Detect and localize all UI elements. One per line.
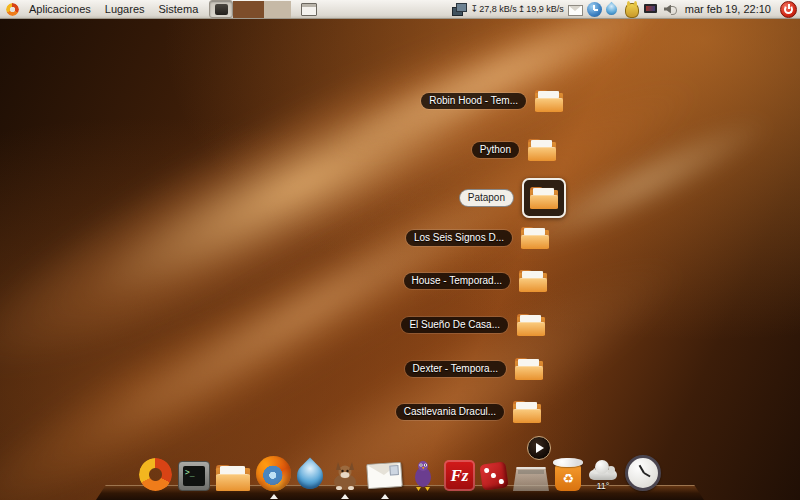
tan-swatch-launcher[interactable] — [264, 1, 291, 18]
volume-icon[interactable] — [663, 2, 678, 17]
menu-sistema[interactable]: Sistema — [152, 0, 206, 18]
screenshot-launcher-icon[interactable] — [209, 0, 233, 18]
folder-icon — [517, 314, 545, 336]
power-button[interactable] — [780, 1, 797, 18]
alarm-clock-icon[interactable] — [587, 2, 602, 17]
stack-item-label: Dexter - Tempora... — [405, 361, 506, 377]
folder-icon — [216, 465, 250, 491]
stack-item-dexter[interactable]: Dexter - Tempora... — [405, 358, 543, 380]
dock-item-firefox[interactable] — [256, 456, 291, 491]
top-panel: Aplicaciones Lugares Sistema ↧ 27,8 kB/s… — [0, 0, 800, 19]
menu-aplicaciones[interactable]: Aplicaciones — [22, 0, 98, 18]
stack-item-label: El Sueño De Casa... — [401, 317, 508, 333]
wallpaper-streak — [0, 37, 727, 500]
dock-item-ubuntu[interactable] — [139, 458, 172, 491]
dock: Fz ♻ 11° — [0, 444, 800, 500]
pidgin-bird-icon — [408, 459, 438, 491]
stack-item-label: Python — [472, 142, 519, 158]
clock-icon — [625, 455, 661, 491]
stack-item-house[interactable]: House - Temporad... — [404, 270, 547, 292]
stack-item-label: Castlevania Dracul... — [396, 404, 504, 420]
dock-item-deluge[interactable] — [297, 463, 323, 491]
yellow-creature-icon[interactable] — [625, 3, 639, 18]
filezilla-label: Fz — [451, 466, 469, 486]
running-indicator — [341, 494, 349, 499]
display-tray-icon[interactable] — [644, 2, 659, 17]
donkey-icon — [329, 461, 361, 491]
download-speed: 27,8 kB/s — [479, 4, 517, 14]
dock-item-trash[interactable]: ♻ — [555, 458, 581, 491]
weather-temperature: 11° — [597, 481, 610, 491]
stack-item-label: Robin Hood - Tem... — [421, 93, 526, 109]
download-arrow-icon: ↧ — [471, 4, 479, 14]
dock-item-amule[interactable] — [329, 461, 361, 491]
stack-item-los-seis-signos[interactable]: Los Seis Signos D... — [406, 227, 549, 249]
dock-item-folder[interactable] — [216, 465, 250, 491]
red-dice-icon — [479, 461, 508, 490]
folder-icon — [513, 401, 541, 423]
upload-arrow-icon: ↥ — [518, 4, 526, 14]
terminal-icon — [178, 461, 210, 491]
wallpaper-streak — [0, 0, 673, 424]
desktop-wallpaper — [0, 0, 800, 500]
panel-clock[interactable]: mar feb 19, 22:10 — [682, 3, 774, 15]
dock-item-drawer[interactable] — [513, 467, 549, 491]
selected-folder-highlight — [522, 178, 566, 218]
drawer-box-icon — [513, 467, 549, 491]
stack-item-castlevania[interactable]: Castlevania Dracul... — [396, 401, 541, 423]
menu-lugares[interactable]: Lugares — [98, 0, 152, 18]
stack-item-label: Los Seis Signos D... — [406, 230, 512, 246]
folder-icon — [521, 227, 549, 249]
dock-item-red-dice[interactable] — [481, 463, 507, 491]
folder-icon — [535, 90, 563, 112]
envelope-icon — [366, 462, 403, 489]
stack-item-label: Patapon — [460, 190, 513, 206]
dock-item-terminal[interactable] — [178, 461, 210, 491]
water-drop-icon — [292, 458, 329, 495]
ubuntu-logo-icon — [139, 458, 172, 491]
folder-icon — [528, 139, 556, 161]
running-indicator — [270, 494, 278, 499]
filezilla-icon: Fz — [444, 460, 475, 491]
running-indicator — [381, 494, 389, 499]
firefox-icon — [256, 456, 291, 491]
mail-notification-icon[interactable] — [568, 3, 583, 18]
water-drop-tray-icon[interactable] — [603, 1, 619, 17]
stack-item-label: House - Temporad... — [404, 273, 510, 289]
stack-item-el-sueno[interactable]: El Sueño De Casa... — [401, 314, 545, 336]
dock-item-filezilla[interactable]: Fz — [444, 460, 475, 491]
brown-swatch-launcher[interactable] — [233, 1, 264, 18]
stack-item-patapon-selected[interactable]: Patapon — [460, 178, 566, 218]
dock-item-pidgin[interactable] — [408, 459, 438, 491]
trash-full-icon: ♻ — [555, 465, 581, 491]
stack-item-robin-hood[interactable]: Robin Hood - Tem... — [421, 90, 563, 112]
network-connections-icon[interactable] — [452, 2, 467, 17]
folder-icon — [530, 187, 558, 209]
ubuntu-logo-icon[interactable] — [6, 3, 19, 16]
recycle-glyph: ♻ — [562, 471, 574, 486]
folder-icon — [515, 358, 543, 380]
dock-item-clock[interactable] — [625, 455, 661, 491]
upload-speed: 19,9 kB/s — [526, 4, 564, 14]
dock-item-weather[interactable]: 11° — [587, 464, 619, 491]
folder-icon — [519, 270, 547, 292]
dock-item-mail[interactable] — [367, 463, 402, 491]
weather-cloud-icon — [587, 464, 619, 480]
netspeed-applet[interactable]: ↧ 27,8 kB/s ↥ 19,9 kB/s — [471, 4, 564, 14]
show-desktop-icon[interactable] — [301, 3, 317, 16]
stack-item-python[interactable]: Python — [472, 139, 556, 161]
